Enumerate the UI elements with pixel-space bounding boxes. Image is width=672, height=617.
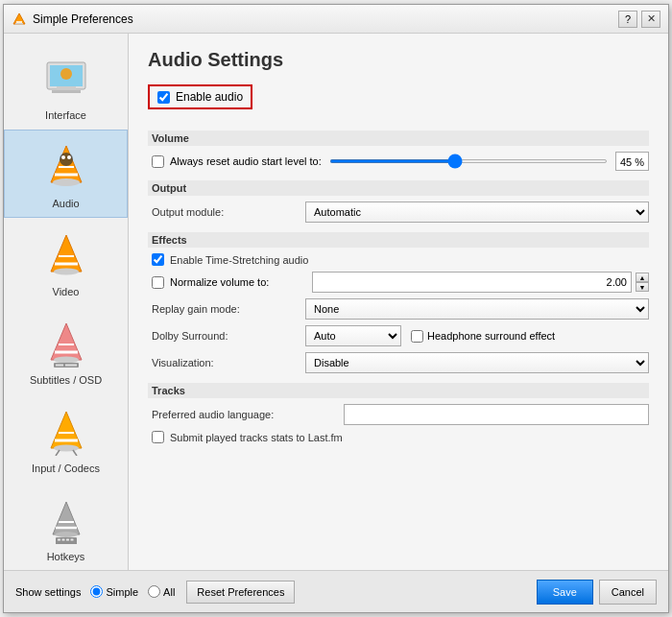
enable-audio-checkbox[interactable]: [157, 91, 170, 104]
dolby-label: Dolby Surround:: [152, 330, 305, 342]
submit-tracks-checkbox[interactable]: [152, 431, 164, 443]
output-module-field: Automatic DirectX audio output WaveOut a…: [305, 202, 649, 223]
normalize-row: Normalize volume to: ▲ ▼: [148, 272, 649, 293]
submit-tracks-row: Submit played tracks stats to Last.fm: [148, 431, 649, 443]
volume-slider[interactable]: [329, 159, 608, 163]
svg-rect-40: [70, 539, 73, 541]
sidebar-item-hotkeys[interactable]: Hotkeys: [4, 483, 128, 570]
all-label[interactable]: All: [163, 586, 175, 598]
spin-up[interactable]: ▲: [636, 273, 649, 282]
preferred-language-row: Preferred audio language:: [148, 404, 649, 425]
reset-audio-label[interactable]: Always reset audio start level to:: [170, 155, 322, 167]
close-button[interactable]: ✕: [641, 11, 660, 28]
subtitles-icon: [37, 315, 95, 372]
main-panel: Audio Settings Enable audio Volume Alway…: [129, 34, 668, 570]
video-label: Video: [53, 286, 80, 297]
volume-section-header: Volume: [148, 131, 649, 146]
settings-mode-group: Simple All: [90, 585, 175, 598]
preferred-language-label: Preferred audio language:: [152, 409, 344, 420]
svg-line-30: [56, 450, 60, 456]
svg-point-18: [54, 269, 79, 275]
visualization-row: Visualization: Disable Scope Spectrum Sp…: [148, 352, 649, 373]
svg-point-29: [54, 445, 79, 452]
volume-value: 45 %: [615, 152, 649, 171]
all-option: All: [148, 585, 175, 598]
reset-button[interactable]: Reset Preferences: [186, 581, 295, 604]
enable-audio-label[interactable]: Enable audio: [176, 90, 243, 104]
headphone-row: Headphone surround effect: [411, 330, 555, 343]
app-icon: [12, 12, 27, 27]
show-settings-label: Show settings: [15, 586, 81, 598]
svg-rect-25: [65, 365, 77, 367]
svg-rect-38: [61, 539, 64, 541]
volume-slider-container: 45 %: [329, 152, 649, 171]
svg-point-11: [53, 178, 80, 186]
svg-rect-6: [52, 90, 81, 93]
replay-gain-select[interactable]: None Track Album: [305, 298, 649, 320]
svg-point-22: [54, 357, 79, 364]
visualization-select[interactable]: Disable Scope Spectrum Spectrometer VU m…: [305, 352, 649, 373]
input-icon: [37, 403, 95, 461]
svg-point-35: [55, 532, 78, 537]
reset-audio-checkbox[interactable]: [152, 155, 164, 168]
output-module-row: Output module: Automatic DirectX audio o…: [148, 202, 649, 223]
visualization-label: Visualization:: [152, 357, 305, 368]
simple-option: Simple: [90, 585, 138, 598]
replay-gain-field: None Track Album: [305, 298, 649, 320]
svg-point-7: [60, 68, 72, 80]
replay-gain-row: Replay gain mode: None Track Album: [148, 298, 649, 320]
hotkeys-label: Hotkeys: [47, 551, 85, 562]
audio-label: Audio: [52, 198, 79, 209]
sidebar-item-subtitles[interactable]: Subtitles / OSD: [4, 306, 128, 394]
dolby-select[interactable]: Auto On Off: [305, 325, 401, 346]
normalize-input-container: ▲ ▼: [312, 272, 649, 293]
help-button[interactable]: ?: [618, 11, 637, 28]
audio-icon: [37, 138, 95, 196]
svg-marker-32: [53, 502, 80, 534]
normalize-checkbox[interactable]: [152, 276, 164, 289]
video-icon: [37, 226, 95, 284]
svg-marker-15: [51, 235, 82, 272]
output-section-header: Output: [148, 180, 649, 196]
simple-label[interactable]: Simple: [106, 586, 138, 598]
input-label: Input / Codecs: [32, 463, 100, 474]
interface-icon: [37, 50, 95, 107]
sidebar-item-interface[interactable]: Interface: [4, 41, 128, 130]
bottom-bar: Show settings Simple All Reset Preferenc…: [4, 570, 668, 612]
all-radio[interactable]: [148, 585, 160, 598]
headphone-label[interactable]: Headphone surround effect: [427, 330, 555, 342]
save-button[interactable]: Save: [537, 580, 593, 605]
preferred-language-field: [344, 404, 649, 425]
dolby-row: Dolby Surround: Auto On Off Headphone su…: [148, 325, 649, 346]
preferred-language-input[interactable]: [344, 404, 649, 425]
spin-down[interactable]: ▼: [636, 282, 649, 292]
svg-rect-1: [16, 21, 22, 23]
svg-point-13: [61, 155, 65, 159]
svg-point-12: [60, 153, 73, 166]
content-area: Interface: [4, 34, 668, 570]
headphone-checkbox[interactable]: [411, 330, 423, 343]
sidebar: Interface: [4, 34, 129, 570]
volume-row: Always reset audio start level to: 45 %: [148, 152, 649, 171]
submit-tracks-label[interactable]: Submit played tracks stats to Last.fm: [170, 432, 343, 443]
output-module-label: Output module:: [152, 206, 305, 218]
page-title: Audio Settings: [148, 49, 649, 71]
svg-rect-24: [56, 365, 63, 367]
svg-marker-19: [51, 323, 82, 360]
normalize-label[interactable]: Normalize volume to:: [170, 276, 304, 288]
sidebar-item-video[interactable]: Video: [4, 218, 128, 306]
sidebar-item-input[interactable]: Input / Codecs: [4, 394, 128, 483]
cancel-button[interactable]: Cancel: [599, 580, 657, 605]
output-module-select[interactable]: Automatic DirectX audio output WaveOut a…: [305, 202, 649, 223]
normalize-value[interactable]: [312, 272, 632, 293]
main-window: Simple Preferences ? ✕ Interface: [3, 4, 669, 613]
tracks-section-header: Tracks: [148, 383, 649, 398]
replay-gain-label: Replay gain mode:: [152, 303, 305, 315]
titlebar: Simple Preferences ? ✕: [4, 5, 668, 34]
window-title: Simple Preferences: [33, 12, 618, 26]
sidebar-item-audio[interactable]: Audio: [4, 130, 128, 218]
simple-radio[interactable]: [90, 585, 103, 598]
time-stretching-label[interactable]: Enable Time-Stretching audio: [170, 254, 308, 266]
svg-rect-37: [58, 539, 60, 541]
time-stretching-checkbox[interactable]: [152, 253, 164, 266]
